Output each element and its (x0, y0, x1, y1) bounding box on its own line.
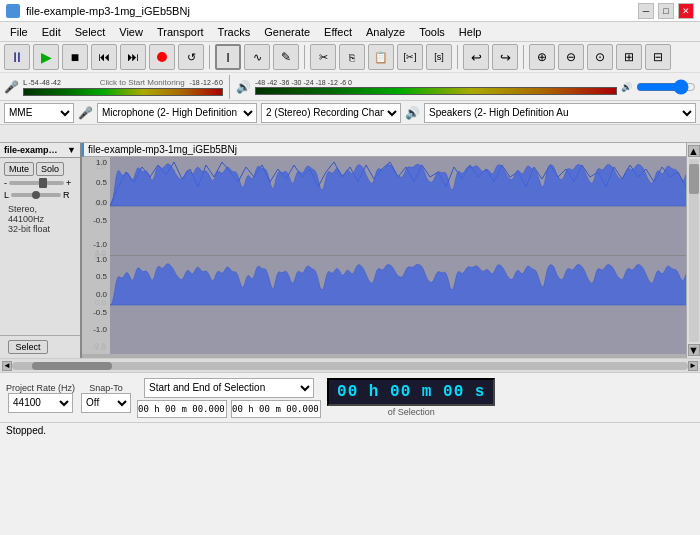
solo-button[interactable]: Solo (36, 162, 64, 176)
pan-right-label: R (63, 190, 70, 200)
out-db-mark: -42 (267, 79, 277, 86)
speaker-icon-device: 🔊 (405, 106, 420, 120)
silence-button[interactable]: [s] (426, 44, 452, 70)
zoom-reset-button[interactable]: ⊟ (645, 44, 671, 70)
horizontal-scrollbar[interactable]: ◄ ► (0, 358, 700, 372)
selection-end-input[interactable] (231, 400, 321, 418)
select-track-button[interactable]: Select (8, 340, 48, 354)
scroll-left-button[interactable]: ◄ (2, 361, 12, 371)
skip-end-button[interactable]: ⏭ (120, 44, 146, 70)
selection-mode-select[interactable]: Start and End of Selection (144, 378, 314, 398)
menu-item-tools[interactable]: Tools (413, 24, 451, 40)
waveform-svg: 1.0 0.5 0.0 0.5 0.0 -0.5 1.0 -1.0 1.0 (82, 157, 686, 354)
track-left-panel: file-example- ▼ Mute Solo - + L R Stereo… (0, 143, 82, 358)
close-button[interactable]: ✕ (678, 3, 694, 19)
waveform-channels[interactable]: 1.0 0.5 0.0 0.5 0.0 -0.5 1.0 -1.0 1.0 (82, 157, 686, 354)
mute-button[interactable]: Mute (4, 162, 34, 176)
menu-item-view[interactable]: View (113, 24, 149, 40)
pan-left-label: L (4, 190, 9, 200)
title-area: file-example-mp3-1mg_iGEb5BNj (6, 4, 190, 18)
host-select[interactable]: MME (4, 103, 74, 123)
gain-label: - (4, 178, 7, 188)
gain-plus-label: + (66, 178, 71, 188)
menu-item-transport[interactable]: Transport (151, 24, 210, 40)
output-device-select[interactable]: Speakers (2- High Definition Au (424, 103, 696, 123)
y-axis-neg0.5-ch1: -0.5 (93, 216, 107, 225)
status-text: Stopped. (6, 425, 46, 436)
zoom-selection-button[interactable]: ⊙ (587, 44, 613, 70)
out-db-mark: -48 (255, 79, 265, 86)
output-meter-bar[interactable] (255, 87, 617, 95)
meter-separator (229, 75, 230, 99)
selection-tool-button[interactable]: I (215, 44, 241, 70)
zoom-fit-button[interactable]: ⊞ (616, 44, 642, 70)
mute-solo-row: Mute Solo (4, 162, 76, 176)
maximize-button[interactable]: □ (658, 3, 674, 19)
cut-button[interactable]: ✂ (310, 44, 336, 70)
y-axis-neg0.5-ch2: -0.5 (93, 308, 107, 317)
toolbar-separator-2 (304, 45, 305, 69)
input-device-select[interactable]: Microphone (2- High Definition (97, 103, 257, 123)
y-axis-0.0-ch1: 0.0 (96, 198, 108, 207)
envelope-tool-button[interactable]: ∿ (244, 44, 270, 70)
y-axis-0.5-ch2: 0.5 (96, 272, 108, 281)
track-bit-depth: 32-bit float (8, 224, 72, 234)
draw-tool-button[interactable]: ✎ (273, 44, 299, 70)
y-axis-0.5-ch1: 0.5 (96, 178, 108, 187)
play-button[interactable]: ▶ (33, 44, 59, 70)
time-display-value: 00 h 00 m 00 s (337, 383, 485, 401)
copy-button[interactable]: ⎘ (339, 44, 365, 70)
scroll-right-button[interactable]: ► (688, 361, 698, 371)
titlebar: file-example-mp3-1mg_iGEb5BNj ─ □ ✕ (0, 0, 700, 22)
loop-button[interactable]: ↺ (178, 44, 204, 70)
volume-slider[interactable] (9, 181, 64, 185)
microphone-icon: 🎤 (4, 80, 19, 94)
scroll-track-v[interactable] (689, 159, 699, 342)
y-axis-0.0-ch2: 0.0 (96, 290, 108, 299)
menu-item-help[interactable]: Help (453, 24, 488, 40)
input-meter-bar[interactable] (23, 88, 223, 96)
track-name: file-example- (4, 145, 59, 155)
menu-item-file[interactable]: File (4, 24, 34, 40)
time-display-group: 00 h 00 m 00 s of Selection (327, 378, 495, 417)
pan-slider[interactable] (11, 193, 61, 197)
menu-item-edit[interactable]: Edit (36, 24, 67, 40)
scroll-thumb-v[interactable] (689, 164, 699, 194)
channel-select[interactable]: 2 (Stereo) Recording Chann (261, 103, 401, 123)
selection-start-input[interactable] (137, 400, 227, 418)
menu-item-effect[interactable]: Effect (318, 24, 358, 40)
output-volume-slider[interactable] (636, 81, 696, 93)
undo-button[interactable]: ↩ (463, 44, 489, 70)
out-db-mark: -18 (316, 79, 326, 86)
track-info: Stereo, 44100Hz 32-bit float (4, 202, 76, 236)
minimize-button[interactable]: ─ (638, 3, 654, 19)
paste-button[interactable]: 📋 (368, 44, 394, 70)
scroll-up-button[interactable]: ▲ (688, 145, 700, 157)
track-name-row: file-example- ▼ (0, 143, 80, 158)
y-axis-neg1.0-ch1: -1.0 (93, 240, 107, 249)
out-db-mark: -24 (304, 79, 314, 86)
selection-times (137, 400, 321, 418)
project-rate-select[interactable]: 44100 (8, 393, 73, 413)
menu-item-analyze[interactable]: Analyze (360, 24, 411, 40)
scroll-track-h[interactable] (12, 362, 688, 370)
zoom-out-button[interactable]: ⊖ (558, 44, 584, 70)
scroll-down-button[interactable]: ▼ (688, 344, 700, 356)
stop-button[interactable]: ■ (62, 44, 88, 70)
skip-start-button[interactable]: ⏮ (91, 44, 117, 70)
menu-item-tracks[interactable]: Tracks (212, 24, 257, 40)
vertical-scrollbar[interactable]: ▲ ▼ (686, 143, 700, 358)
menu-item-select[interactable]: Select (69, 24, 112, 40)
track-collapse-button[interactable]: ▼ (67, 145, 76, 155)
zoom-in-button[interactable]: ⊕ (529, 44, 555, 70)
pause-button[interactable]: ⏸ (4, 44, 30, 70)
menubar: FileEditSelectViewTransportTracksGenerat… (0, 22, 700, 42)
menu-item-generate[interactable]: Generate (258, 24, 316, 40)
record-button[interactable] (149, 44, 175, 70)
toolbar-separator-3 (457, 45, 458, 69)
scroll-thumb-h[interactable] (32, 362, 112, 370)
redo-button[interactable]: ↪ (492, 44, 518, 70)
snap-to-select[interactable]: Off (81, 393, 131, 413)
trim-button[interactable]: [✂] (397, 44, 423, 70)
monitor-text[interactable]: Click to Start Monitoring (100, 78, 185, 87)
